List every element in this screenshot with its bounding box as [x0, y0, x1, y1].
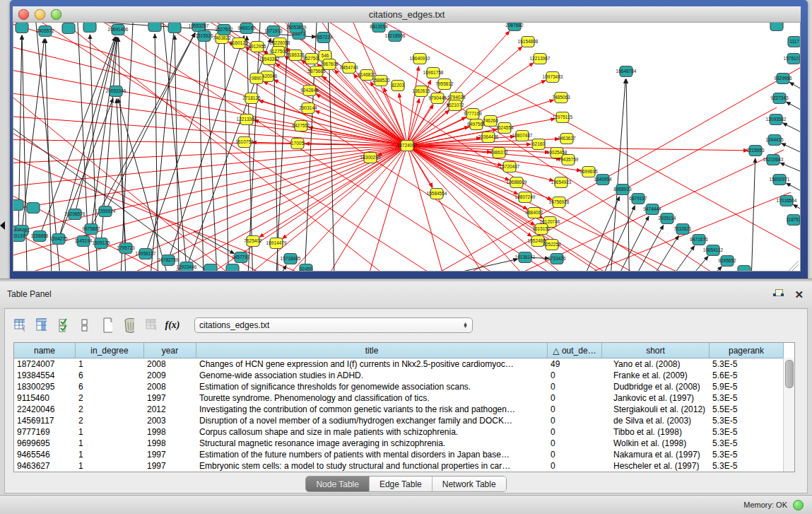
- graph-node[interactable]: [62, 23, 75, 34]
- column-header-short[interactable]: short: [602, 343, 710, 358]
- graph-node[interactable]: 7625402: [244, 236, 262, 247]
- graph-node[interactable]: 62160: [532, 139, 545, 150]
- graph-node[interactable]: 15718485: [281, 254, 301, 264]
- graph-node[interactable]: 1795723: [117, 243, 135, 254]
- graph-node[interactable]: 9527508: [302, 54, 321, 64]
- graph-node[interactable]: 8186328: [286, 50, 305, 61]
- graph-node[interactable]: 20691406: [108, 25, 129, 35]
- graph-node[interactable]: 10553257: [189, 23, 209, 32]
- graph-node[interactable]: 1362615: [412, 86, 430, 97]
- graph-node[interactable]: 7955812: [435, 79, 454, 90]
- graph-node[interactable]: 1071913: [264, 26, 283, 37]
- graph-node[interactable]: 1733426: [548, 254, 566, 264]
- graph-node[interactable]: 15584554: [427, 189, 447, 199]
- graph-node[interactable]: 8813054: [370, 23, 388, 33]
- memory-ok-indicator-icon[interactable]: [793, 500, 804, 510]
- graph-node[interactable]: 1588520: [372, 76, 390, 86]
- graph-node[interactable]: 16961758: [423, 68, 444, 78]
- graph-node[interactable]: 1527602: [215, 25, 233, 35]
- table-row[interactable]: 977716911998Corpus callosum shape and si…: [14, 426, 794, 438]
- graph-node[interactable]: 1505135: [92, 238, 110, 249]
- show-columns-button[interactable]: [31, 315, 51, 335]
- graph-node[interactable]: 15751074: [784, 54, 801, 64]
- graph-node[interactable]: 33139: [13, 231, 25, 242]
- column-header-title[interactable]: title: [196, 343, 548, 358]
- graph-node[interactable]: 7632621: [673, 224, 692, 235]
- graph-node[interactable]: 2718126: [242, 93, 261, 104]
- graph-node[interactable]: 15720407: [500, 162, 520, 173]
- graph-node[interactable]: 1244415: [765, 135, 784, 146]
- graph-node[interactable]: 9252254: [543, 240, 561, 250]
- graph-node[interactable]: [13, 200, 23, 211]
- graph-node[interactable]: 7485063: [552, 93, 570, 103]
- graph-node[interactable]: 1117: [788, 37, 801, 47]
- table-row[interactable]: 969969511998Structural magnetic resonanc…: [14, 438, 794, 449]
- select-rows-button[interactable]: [53, 315, 73, 335]
- function-builder-button[interactable]: f(x): [163, 315, 182, 335]
- table-settings-button[interactable]: [9, 315, 29, 335]
- table-row[interactable]: 2242004622012Investigating the contribut…: [14, 404, 794, 415]
- graph-node[interactable]: 9884067: [525, 208, 543, 218]
- graph-node[interactable]: 6879197: [629, 194, 647, 204]
- column-header-out_de[interactable]: △ out_de…: [548, 343, 602, 358]
- graph-node[interactable]: 5875685: [307, 66, 326, 77]
- graph-node[interactable]: 9699695: [579, 167, 598, 177]
- tab-edge-table[interactable]: Edge Table: [370, 477, 433, 491]
- graph-node[interactable]: 16914479: [266, 238, 287, 249]
- graph-node[interactable]: 10688609: [507, 177, 527, 188]
- graph-node[interactable]: [770, 23, 783, 31]
- graph-node[interactable]: 16648784: [616, 66, 637, 77]
- column-header-pagerank[interactable]: pagerank: [710, 343, 784, 358]
- delete-table-button[interactable]: [141, 315, 160, 335]
- graph-node[interactable]: [738, 266, 751, 272]
- column-header-year[interactable]: year: [144, 343, 196, 358]
- table-row[interactable]: 1830029562008Estimation of significance …: [14, 381, 794, 392]
- graph-node[interactable]: 1610754: [235, 137, 254, 148]
- column-header-name[interactable]: name: [14, 343, 76, 358]
- graph-node[interactable]: 8958923: [613, 185, 632, 195]
- panel-collapse-arrow-icon[interactable]: [0, 221, 5, 230]
- graph-node[interactable]: 7857224: [314, 33, 333, 43]
- graph-node[interactable]: 8215953: [746, 146, 765, 156]
- table-row[interactable]: 1938455462009Genome-wide association stu…: [14, 370, 794, 381]
- graph-node[interactable]: 18807249: [515, 192, 536, 203]
- graph-node[interactable]: 16136141: [515, 252, 536, 263]
- table-row[interactable]: 1456911722003Disruption of a novel membe…: [14, 415, 794, 426]
- graph-node[interactable]: 20053346: [106, 86, 126, 97]
- graph-node[interactable]: 2405572: [36, 26, 54, 37]
- graph-node[interactable]: 20364436: [478, 132, 499, 143]
- graph-node[interactable]: 1156868: [31, 231, 49, 242]
- graph-node[interactable]: 17005: [291, 139, 304, 149]
- graph-node[interactable]: [168, 23, 181, 33]
- row-height-button[interactable]: [75, 315, 95, 335]
- graph-node[interactable]: 9777169: [464, 109, 482, 119]
- graph-node[interactable]: 9890: [250, 74, 263, 84]
- column-header-in_degree[interactable]: in_degree: [76, 343, 144, 358]
- graph-node[interactable]: 10807487: [512, 131, 533, 141]
- graph-node[interactable]: 12213967: [530, 54, 551, 64]
- graph-node[interactable]: 118753: [786, 215, 801, 226]
- graph-node[interactable]: 82203: [392, 81, 404, 91]
- graph-node[interactable]: 16154808: [518, 37, 539, 47]
- graph-node[interactable]: 3624554: [495, 123, 514, 134]
- network-canvas[interactable]: 1872400718300295746382291601238912955232…: [13, 22, 801, 271]
- graph-node[interactable]: 20206576: [65, 209, 86, 220]
- graph-node[interactable]: [148, 23, 161, 32]
- tab-node-table[interactable]: Node Table: [306, 477, 370, 491]
- window-titlebar[interactable]: citations_edges.txt: [13, 6, 801, 23]
- delete-rows-trash-button[interactable]: [119, 315, 139, 335]
- graph-node[interactable]: 1615152: [532, 224, 551, 235]
- graph-node[interactable]: 9466160: [237, 23, 256, 34]
- graph-node[interactable]: 18640910: [410, 54, 430, 64]
- resize-grip-icon[interactable]: [792, 264, 799, 271]
- graph-node[interactable]: 9245652: [718, 256, 736, 267]
- graph-node[interactable]: 9474444: [643, 204, 661, 215]
- graph-node[interactable]: 1640954: [594, 175, 612, 185]
- graph-node[interactable]: 1394275: [49, 234, 68, 245]
- graph-node[interactable]: [16, 23, 28, 33]
- table-vertical-scrollbar[interactable]: [783, 358, 794, 472]
- graph-node[interactable]: 10654112: [703, 245, 724, 256]
- graph-node[interactable]: 2935114: [659, 214, 676, 224]
- graph-node[interactable]: 8454749: [340, 63, 358, 74]
- graph-node[interactable]: 92450: [300, 264, 312, 272]
